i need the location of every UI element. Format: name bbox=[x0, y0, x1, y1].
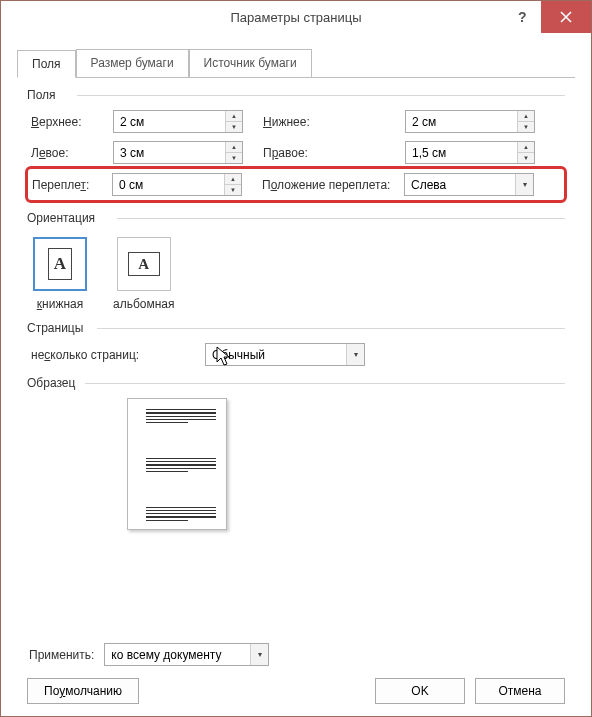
tab-paper-size[interactable]: Размер бумаги bbox=[76, 49, 189, 77]
gutter-highlight: Переплет: ▲▼ Положение переплета: Слева … bbox=[25, 166, 567, 203]
left-margin-label: Левое: bbox=[31, 146, 107, 160]
multiple-pages-select[interactable]: Обычный ▾ bbox=[205, 343, 365, 366]
gutter-input[interactable]: ▲▼ bbox=[112, 173, 242, 196]
preview-icon bbox=[127, 398, 227, 530]
tab-paper-source[interactable]: Источник бумаги bbox=[189, 49, 312, 77]
right-margin-input[interactable]: ▲▼ bbox=[405, 141, 535, 164]
orientation-landscape[interactable]: A альбомная bbox=[113, 237, 175, 311]
page-setup-dialog: Параметры страницы ? Поля Размер бумаги … bbox=[0, 0, 592, 717]
help-button[interactable]: ? bbox=[501, 1, 541, 33]
spin-down-icon[interactable]: ▼ bbox=[518, 122, 534, 132]
spin-down-icon[interactable]: ▼ bbox=[226, 122, 242, 132]
cancel-button[interactable]: Отмена bbox=[475, 678, 565, 704]
top-margin-label: Верхнее: bbox=[31, 115, 107, 129]
gutter-position-label: Положение переплета: bbox=[248, 178, 398, 192]
tabstrip: Поля Размер бумаги Источник бумаги bbox=[17, 49, 575, 78]
spin-down-icon[interactable]: ▼ bbox=[225, 185, 241, 195]
window-title: Параметры страницы bbox=[91, 10, 501, 25]
spin-up-icon[interactable]: ▲ bbox=[225, 174, 241, 185]
apply-to-select[interactable]: ко всему документу ▾ bbox=[104, 643, 269, 666]
right-margin-label: Правое: bbox=[249, 146, 399, 160]
landscape-icon: A bbox=[128, 252, 160, 276]
apply-to-label: Применить: bbox=[29, 648, 94, 662]
svg-text:?: ? bbox=[518, 10, 527, 24]
ok-button[interactable]: OK bbox=[375, 678, 465, 704]
top-margin-input[interactable]: ▲▼ bbox=[113, 110, 243, 133]
gutter-label: Переплет: bbox=[32, 178, 106, 192]
left-margin-input[interactable]: ▲▼ bbox=[113, 141, 243, 164]
spin-up-icon[interactable]: ▲ bbox=[226, 142, 242, 153]
titlebar: Параметры страницы ? bbox=[1, 1, 591, 33]
preview-legend: Образец bbox=[27, 376, 81, 390]
spin-down-icon[interactable]: ▼ bbox=[518, 153, 534, 163]
multiple-pages-label: несколько страниц: bbox=[31, 348, 185, 362]
pages-legend: Страницы bbox=[27, 321, 89, 335]
chevron-down-icon[interactable]: ▾ bbox=[346, 344, 364, 365]
chevron-down-icon[interactable]: ▾ bbox=[250, 644, 268, 665]
spin-up-icon[interactable]: ▲ bbox=[518, 142, 534, 153]
spin-up-icon[interactable]: ▲ bbox=[226, 111, 242, 122]
spin-down-icon[interactable]: ▼ bbox=[226, 153, 242, 163]
orientation-legend: Ориентация bbox=[27, 211, 101, 225]
gutter-position-select[interactable]: Слева ▾ bbox=[404, 173, 534, 196]
portrait-icon: A bbox=[48, 248, 72, 280]
default-button[interactable]: По умолчанию bbox=[27, 678, 139, 704]
chevron-down-icon[interactable]: ▾ bbox=[515, 174, 533, 195]
bottom-margin-input[interactable]: ▲▼ bbox=[405, 110, 535, 133]
close-button[interactable] bbox=[541, 1, 591, 33]
tab-margins[interactable]: Поля bbox=[17, 50, 76, 78]
spin-up-icon[interactable]: ▲ bbox=[518, 111, 534, 122]
bottom-margin-label: Нижнее: bbox=[249, 115, 399, 129]
margins-legend: Поля bbox=[27, 88, 62, 102]
orientation-portrait[interactable]: A книжная bbox=[33, 237, 87, 311]
